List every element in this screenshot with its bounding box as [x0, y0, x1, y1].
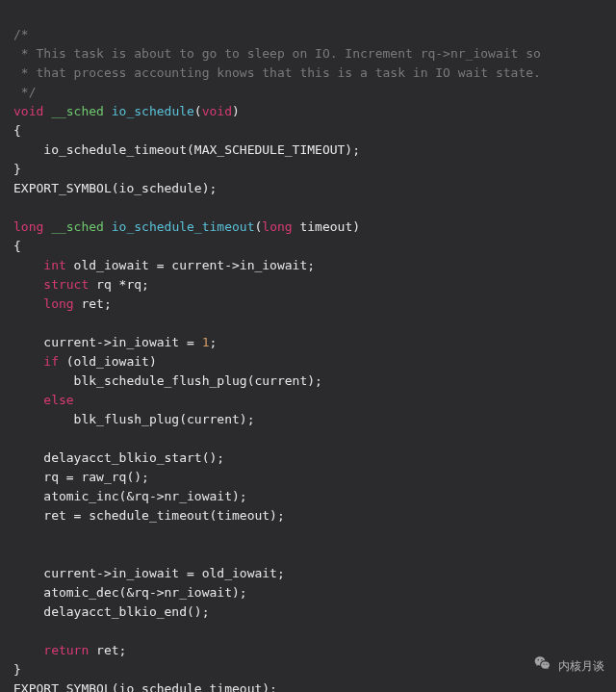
attribute: __sched [51, 219, 104, 234]
number: 1 [202, 335, 210, 349]
code-text: delayacct_blkio_start(); [13, 450, 224, 465]
code-text: old_iowait = current->in_iowait; [66, 258, 315, 272]
code-text [13, 393, 43, 407]
code-text: delayacct_blkio_end(); [13, 604, 210, 619]
code-text: EXPORT_SYMBOL(io_schedule); [13, 181, 217, 195]
code-text: (old_iowait) [59, 354, 157, 369]
code-text: ; [210, 335, 218, 349]
code-text [13, 354, 43, 369]
keyword: long [262, 219, 292, 234]
code-text [13, 643, 43, 657]
code-text: } [13, 662, 21, 677]
code-text: rq = raw_rq(); [13, 470, 149, 484]
code-text: current->in_iowait = old_iowait; [13, 566, 285, 580]
code-text: blk_schedule_flush_plug(current); [13, 373, 322, 388]
comment-line: * that process accounting knows that thi… [13, 65, 541, 80]
code-text [13, 258, 43, 272]
code-text: current->in_iowait = [13, 335, 202, 349]
watermark: 内核月谈 [533, 654, 604, 679]
function-name: io_schedule_timeout [112, 219, 255, 234]
code-text: EXPORT_SYMBOL(io_schedule_timeout); [13, 681, 277, 692]
keyword: if [43, 354, 59, 369]
keyword: else [43, 393, 73, 407]
keyword: void [13, 104, 43, 118]
code-text: { [13, 239, 21, 253]
code-text [13, 296, 43, 311]
code-text: rq *rq; [89, 277, 149, 292]
keyword: return [43, 643, 89, 657]
code-text [13, 277, 43, 292]
code-text: io_schedule_timeout(MAX_SCHEDULE_TIMEOUT… [13, 142, 360, 157]
code-text: ret = schedule_timeout(timeout); [13, 508, 285, 523]
keyword: long [43, 296, 73, 311]
comment-line: /* [13, 27, 29, 41]
keyword: int [43, 258, 65, 272]
code-text: } [13, 162, 21, 176]
attribute: __sched [51, 104, 104, 118]
code-text: atomic_dec(&rq->nr_iowait); [13, 585, 247, 600]
code-text: ret; [74, 296, 112, 311]
code-block: /* * This task is about to go to sleep o… [0, 0, 616, 692]
code-text: blk_flush_plug(current); [13, 412, 254, 426]
keyword: struct [43, 277, 89, 292]
keyword: long [13, 219, 43, 234]
code-text: atomic_inc(&rq->nr_iowait); [13, 489, 247, 503]
code-text: timeout) [293, 219, 360, 234]
code-text: { [13, 123, 21, 138]
code-text: ret; [89, 643, 126, 657]
comment-line: */ [13, 85, 36, 99]
function-name: io_schedule [112, 104, 194, 118]
wechat-icon [533, 654, 552, 679]
code-text: ( [194, 104, 202, 118]
watermark-text: 内核月谈 [558, 656, 604, 676]
code-text: ) [232, 104, 240, 118]
keyword: void [202, 104, 232, 118]
comment-line: * This task is about to go to sleep on I… [13, 46, 541, 61]
